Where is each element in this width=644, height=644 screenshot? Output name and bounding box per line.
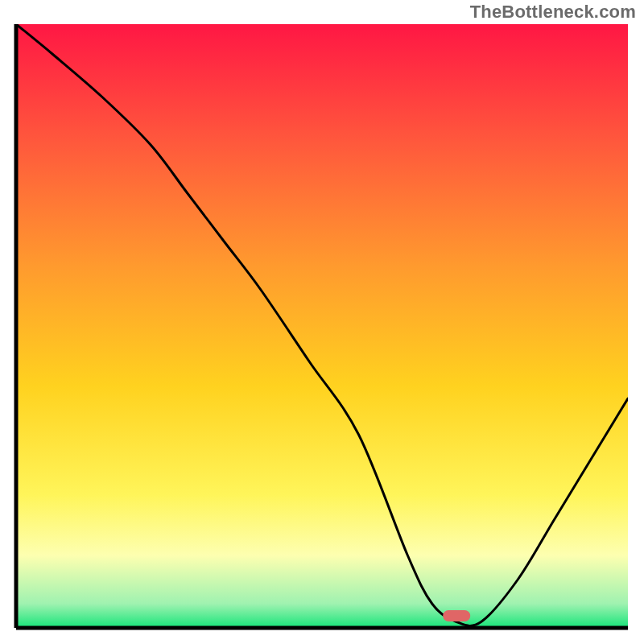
chart-container: TheBottleneck.com [0,0,644,644]
chart-svg [0,0,644,644]
optimal-point-marker [443,610,470,621]
plot-background [16,24,628,628]
watermark-text: TheBottleneck.com [470,2,636,23]
